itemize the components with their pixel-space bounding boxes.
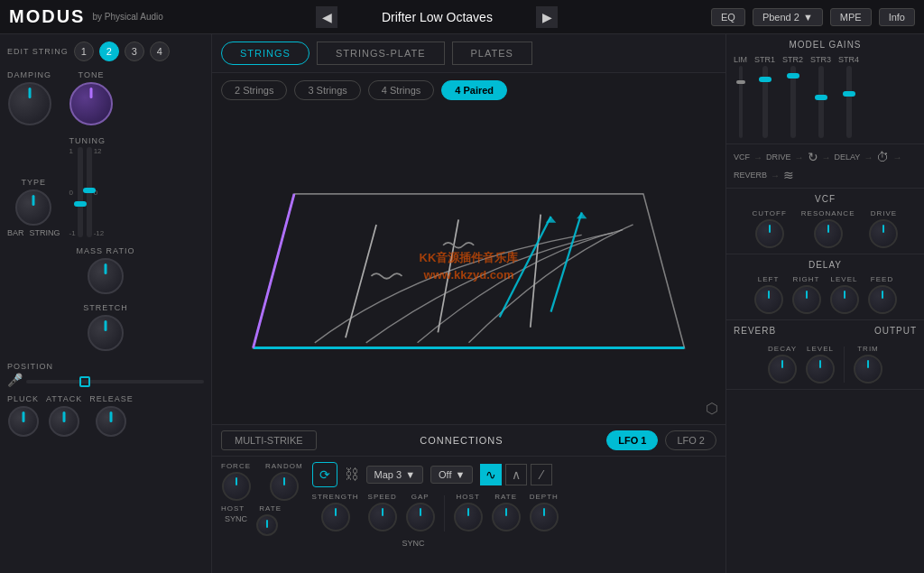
str2-label: STR2 bbox=[782, 55, 803, 64]
host2-label: HOST bbox=[457, 493, 480, 501]
string-btn-1[interactable]: 1 bbox=[74, 42, 94, 61]
multi-strike-button[interactable]: MULTI-STRIKE bbox=[221, 430, 317, 450]
drive-chain-label: DRIVE bbox=[766, 152, 791, 162]
damping-tone-row: DAMPING TONE bbox=[7, 70, 204, 125]
count-3-strings[interactable]: 3 Strings bbox=[294, 80, 360, 100]
force-knob[interactable] bbox=[222, 472, 251, 501]
tone-knob[interactable] bbox=[69, 82, 113, 125]
strength-knob[interactable] bbox=[321, 503, 350, 531]
mass-ratio-knob[interactable] bbox=[88, 258, 124, 294]
waves-icon: ≋ bbox=[783, 168, 794, 182]
mass-ratio-label: MASS RATIO bbox=[77, 246, 135, 255]
attack-knob[interactable] bbox=[49, 406, 79, 437]
reverb-chain-label: REVERB bbox=[734, 171, 767, 180]
stretch-knob[interactable] bbox=[88, 315, 124, 351]
resonance-knob[interactable] bbox=[814, 219, 843, 248]
delay-left-knob[interactable] bbox=[754, 285, 783, 314]
str2-slider[interactable] bbox=[790, 66, 796, 138]
gap-knob[interactable] bbox=[406, 503, 435, 531]
damping-group: DAMPING bbox=[7, 70, 51, 125]
preset-next-button[interactable]: ▶ bbox=[536, 6, 558, 28]
wave-saw-button[interactable]: ∕ bbox=[531, 464, 552, 485]
str1-slider[interactable] bbox=[762, 66, 768, 138]
lfo2-button[interactable]: LFO 2 bbox=[665, 430, 716, 450]
string-btn-3[interactable]: 3 bbox=[125, 42, 144, 61]
preset-navigation: ◀ Drifter Low Octaves ▶ bbox=[316, 6, 558, 28]
position-mic-icon: 🎤 bbox=[7, 373, 23, 387]
rate2-label: RATE bbox=[494, 493, 517, 501]
release-group: RELEASE bbox=[89, 394, 134, 437]
reverb-output-section: REVERB OUTPUT DECAY LEVEL TRIM bbox=[726, 320, 924, 390]
pluck-group: PLUCK bbox=[7, 394, 39, 437]
random-knob[interactable] bbox=[270, 472, 299, 501]
string-btn-4[interactable]: 4 bbox=[150, 42, 170, 61]
tuning-slider-1[interactable] bbox=[78, 147, 83, 237]
lim-label: LIM bbox=[734, 55, 747, 64]
gap-label: GAP bbox=[411, 493, 430, 501]
off-select[interactable]: Off ▼ bbox=[430, 466, 473, 484]
strength-label: STRENGTH bbox=[312, 493, 359, 501]
vcf-title: VCF bbox=[734, 194, 917, 204]
type-row: TYPE BAR STRING TUNING 10-1 bbox=[7, 136, 204, 237]
app-subtitle: by Physical Audio bbox=[92, 12, 162, 22]
release-knob[interactable] bbox=[96, 406, 126, 437]
str1-label: STR1 bbox=[754, 55, 775, 64]
count-4-paired[interactable]: 4 Paired bbox=[441, 80, 507, 100]
type-label: TYPE bbox=[22, 178, 47, 187]
speed-knob[interactable] bbox=[368, 503, 397, 531]
reverb-output-knobs: DECAY LEVEL TRIM bbox=[734, 345, 917, 384]
reverb-decay-knob[interactable] bbox=[768, 355, 797, 384]
position-slider[interactable] bbox=[26, 380, 204, 384]
count-4-strings[interactable]: 4 Strings bbox=[368, 80, 434, 100]
depth-knob[interactable] bbox=[530, 503, 559, 531]
lim-slider[interactable] bbox=[739, 66, 743, 138]
type-knob[interactable] bbox=[15, 189, 51, 226]
output-title: OUTPUT bbox=[874, 326, 917, 336]
resonance-label: RESONANCE bbox=[801, 209, 855, 217]
pluck-label: PLUCK bbox=[7, 394, 39, 403]
preset-prev-button[interactable]: ◀ bbox=[316, 6, 337, 28]
tab-strings[interactable]: STRINGS bbox=[221, 42, 310, 65]
delay-feed-knob[interactable] bbox=[868, 285, 897, 314]
str3-slider[interactable] bbox=[818, 66, 824, 138]
tab-strings-plate[interactable]: STRINGS-PLATE bbox=[317, 42, 445, 65]
damping-knob[interactable] bbox=[8, 82, 51, 125]
model-svg bbox=[212, 107, 725, 424]
speed-label: SPEED bbox=[368, 493, 397, 501]
rate2-knob[interactable] bbox=[492, 503, 521, 531]
connection-type-icon[interactable]: ⟳ bbox=[312, 462, 337, 487]
damping-label: DAMPING bbox=[7, 70, 51, 79]
tuning-slider-2[interactable] bbox=[87, 147, 92, 237]
info-button[interactable]: Info bbox=[879, 8, 915, 26]
str4-col: STR4 bbox=[838, 55, 859, 138]
mpe-button[interactable]: MPE bbox=[830, 8, 872, 26]
cutoff-knob[interactable] bbox=[755, 219, 784, 248]
count-2-strings[interactable]: 2 Strings bbox=[221, 80, 287, 100]
string-btn-2[interactable]: 2 bbox=[99, 42, 119, 61]
share-icon[interactable]: ⬡ bbox=[706, 400, 718, 417]
tab-plates[interactable]: PLATES bbox=[452, 42, 532, 65]
connection-link-icon[interactable]: ⛓ bbox=[345, 467, 359, 483]
svg-marker-11 bbox=[577, 212, 587, 218]
reverb-title: REVERB bbox=[734, 326, 776, 336]
lfo1-button[interactable]: LFO 1 bbox=[606, 430, 658, 450]
depth-label: DEPTH bbox=[530, 493, 559, 501]
output-trim-knob[interactable] bbox=[854, 355, 882, 384]
str4-slider[interactable] bbox=[846, 66, 852, 138]
wave-tri-button[interactable]: ∧ bbox=[505, 464, 527, 485]
reverb-level-knob[interactable] bbox=[806, 355, 835, 384]
pluck-knob[interactable] bbox=[8, 406, 39, 437]
drive2-knob[interactable] bbox=[869, 219, 898, 248]
wave-sine-button[interactable]: ∿ bbox=[480, 464, 502, 485]
eq-button[interactable]: EQ bbox=[711, 8, 745, 26]
str4-label: STR4 bbox=[838, 55, 859, 64]
delay-right-knob[interactable] bbox=[792, 285, 821, 314]
wave-buttons: ∿ ∧ ∕ bbox=[480, 464, 552, 485]
tone-group: TONE bbox=[69, 70, 113, 125]
map-select[interactable]: Map 3 ▼ bbox=[366, 466, 423, 484]
host2-knob[interactable] bbox=[454, 503, 483, 531]
pbend-button[interactable]: Pbend 2 ▼ bbox=[753, 8, 823, 26]
delay-level-knob[interactable] bbox=[830, 285, 859, 314]
sync-knob[interactable] bbox=[256, 514, 278, 536]
force-label: FORCE bbox=[221, 462, 251, 470]
